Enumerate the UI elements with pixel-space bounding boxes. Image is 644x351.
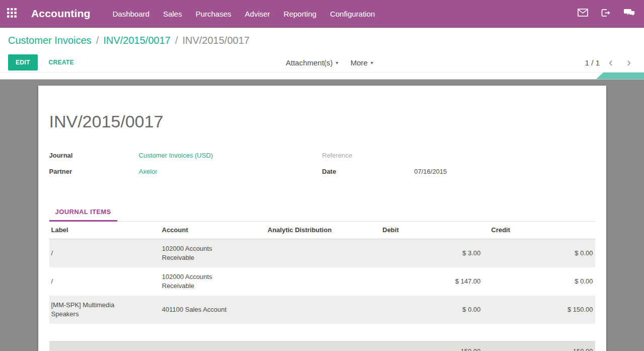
- partner-field: Partner Axelor: [49, 168, 322, 184]
- pager: 1 / 1 ‹ ›: [585, 56, 636, 68]
- cell-analytic: [266, 267, 381, 296]
- menu-reporting[interactable]: Reporting: [283, 10, 316, 18]
- total-debit: 150.00: [381, 347, 483, 351]
- journal-field: Journal Customer Invoices (USD): [49, 152, 322, 168]
- menu-configuration[interactable]: Configuration: [330, 10, 375, 18]
- attachments-dropdown[interactable]: Attachment(s) ▾: [285, 58, 338, 67]
- form-toolbar: EDIT CREATE Attachment(s) ▾ More ▾ 1 / 1…: [0, 53, 644, 72]
- main-menu: Dashboard Sales Purchases Adviser Report…: [113, 10, 375, 18]
- journal-value-link[interactable]: Customer Invoices (USD): [139, 152, 213, 159]
- header-debit: Debit: [381, 222, 483, 239]
- reference-field: Reference: [322, 152, 595, 168]
- apps-menu-button[interactable]: [0, 0, 23, 28]
- navbar-right-icons: [578, 9, 644, 19]
- more-dropdown[interactable]: More ▾: [350, 58, 373, 67]
- chevron-down-icon: ▾: [371, 60, 373, 65]
- total-credit: 150.00: [483, 347, 595, 351]
- breadcrumb-invoice-link[interactable]: INV/2015/0017: [103, 35, 170, 46]
- cell-account: 102000 Accounts Receivable: [160, 239, 266, 268]
- table-row[interactable]: / 102000 Accounts Receivable $ 3.00 $ 0.…: [49, 239, 595, 268]
- cell-credit: $ 150.00: [483, 296, 595, 324]
- journal-label: Journal: [49, 152, 139, 159]
- breadcrumb-separator: /: [96, 35, 99, 46]
- pager-previous-button[interactable]: ‹: [604, 56, 618, 68]
- chevron-down-icon: ▾: [336, 60, 338, 65]
- fields-left-column: Journal Customer Invoices (USD) Partner …: [49, 152, 322, 184]
- fields-right-column: Reference Date 07/16/2015: [322, 152, 595, 184]
- messages-button[interactable]: [578, 9, 588, 19]
- form-sheet: INV/2015/0017 Journal Customer Invoices …: [38, 86, 606, 351]
- app-title: Accounting: [31, 8, 91, 20]
- cell-debit: $ 147.00: [381, 267, 483, 296]
- attachments-label: Attachment(s): [285, 58, 332, 67]
- breadcrumb: Customer Invoices / INV/2015/0017 / INV/…: [0, 28, 644, 53]
- table-row[interactable]: / 102000 Accounts Receivable $ 147.00 $ …: [49, 267, 595, 296]
- cell-analytic: [266, 296, 381, 324]
- toolbar-center: Attachment(s) ▾ More ▾: [74, 58, 585, 67]
- header-credit: Credit: [483, 222, 595, 239]
- date-label: Date: [322, 168, 414, 175]
- menu-dashboard[interactable]: Dashboard: [113, 10, 150, 18]
- create-button[interactable]: CREATE: [49, 59, 74, 66]
- page: Accounting Dashboard Sales Purchases Adv…: [0, 0, 644, 351]
- menu-purchases[interactable]: Purchases: [195, 10, 231, 18]
- breadcrumb-customer-invoices[interactable]: Customer Invoices: [8, 35, 92, 46]
- status-ribbon: [596, 73, 644, 79]
- edit-button[interactable]: EDIT: [8, 54, 38, 71]
- cell-account: 401100 Sales Account: [160, 296, 266, 324]
- field-group: Journal Customer Invoices (USD) Partner …: [49, 152, 595, 184]
- partner-label: Partner: [49, 168, 139, 175]
- apps-grid-icon: [7, 8, 17, 19]
- more-label: More: [350, 58, 368, 67]
- status-bar: [0, 72, 644, 80]
- pager-next-button[interactable]: ›: [622, 56, 636, 68]
- notebook-tabs: JOURNAL ITEMS: [49, 204, 595, 222]
- table-spacer: [49, 324, 595, 341]
- breadcrumb-separator: /: [175, 35, 178, 46]
- content-area: INV/2015/0017 Journal Customer Invoices …: [0, 80, 644, 351]
- date-value: 07/16/2015: [414, 168, 447, 175]
- chat-bubbles-icon: [624, 9, 635, 19]
- cell-credit: $ 0.00: [483, 239, 595, 268]
- menu-adviser[interactable]: Adviser: [245, 10, 270, 18]
- cell-label: /: [49, 239, 160, 268]
- reference-label: Reference: [322, 152, 414, 159]
- breadcrumb-current: INV/2015/0017: [182, 35, 249, 46]
- logout-button[interactable]: [601, 9, 611, 19]
- cell-analytic: [266, 239, 381, 268]
- header-label: Label: [49, 222, 160, 239]
- partner-value-link[interactable]: Axelor: [139, 168, 158, 175]
- cell-debit: $ 3.00: [381, 239, 483, 268]
- cell-debit: $ 0.00: [381, 296, 483, 324]
- header-analytic: Analytic Distribution: [266, 222, 381, 239]
- menu-sales[interactable]: Sales: [163, 10, 182, 18]
- envelope-icon: [578, 9, 588, 19]
- header-account: Account: [160, 222, 266, 239]
- pager-count: 1 / 1: [585, 58, 600, 67]
- cell-label: /: [49, 267, 160, 296]
- top-navbar: Accounting Dashboard Sales Purchases Adv…: [0, 0, 644, 28]
- discuss-button[interactable]: [624, 9, 635, 19]
- date-field: Date 07/16/2015: [322, 168, 595, 184]
- document-title: INV/2015/0017: [49, 86, 595, 131]
- journal-items-table: Label Account Analytic Distribution Debi…: [49, 222, 595, 324]
- cell-account: 102000 Accounts Receivable: [160, 267, 266, 296]
- table-header-row: Label Account Analytic Distribution Debi…: [49, 222, 595, 239]
- sign-out-icon: [601, 9, 611, 19]
- cell-credit: $ 0.00: [483, 267, 595, 296]
- totals-row: 150.00 150.00: [49, 341, 595, 351]
- cell-label: [MM-SPK] Multimedia Speakers: [49, 296, 160, 324]
- tab-journal-items[interactable]: JOURNAL ITEMS: [49, 204, 117, 222]
- table-row[interactable]: [MM-SPK] Multimedia Speakers 401100 Sale…: [49, 296, 595, 324]
